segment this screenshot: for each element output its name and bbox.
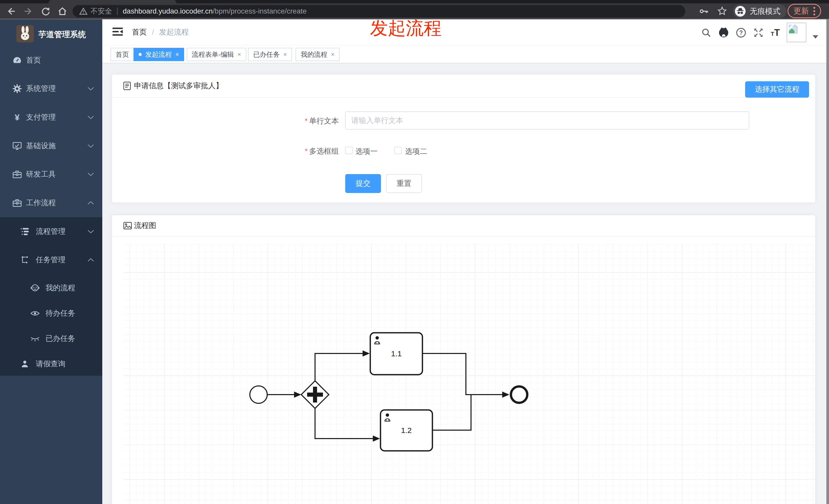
url-bar[interactable]: 不安全 dashboard.yudao.iocoder.cn/bpm/proce… (73, 5, 685, 17)
diagram-card-title: 流程图 (134, 221, 156, 231)
field-label-checkbox: *多选框组 (112, 146, 339, 156)
eye-closed-icon (30, 334, 40, 344)
close-icon[interactable]: × (238, 51, 241, 57)
arrowhead-icon (502, 392, 509, 398)
sidebar-item-label: 支付管理 (26, 112, 56, 122)
checkbox-option-1-label[interactable]: 选项一 (355, 147, 378, 157)
url-path: /bpm/process-instance/create (213, 7, 307, 15)
reset-button[interactable]: 重置 (386, 174, 422, 193)
choose-other-process-button[interactable]: 选择其它流程 (745, 81, 809, 98)
sidebar-item-label: 我的流程 (45, 283, 75, 293)
url-divider (117, 7, 118, 15)
sidebar-item-label: 流程管理 (36, 226, 66, 237)
tree-table-icon (21, 227, 29, 236)
person-icon (21, 360, 29, 368)
apply-info-title: 申请信息【测试多审批人】 (134, 81, 223, 91)
app-logo[interactable]: 芋道管理系统 (0, 20, 102, 50)
chevron-down-icon (87, 230, 94, 234)
main-area: 首页 / 发起流程 ? TT (102, 20, 829, 504)
apply-info-card: 申请信息【测试多审批人】 选择其它流程 *单行文本 *多选框组 选项一 选项二 … (111, 74, 816, 203)
browser-tab-strip (0, 0, 829, 3)
tab-label: 我的流程 (301, 50, 327, 59)
sidebar-item-infrastructure[interactable]: 基础设施 (0, 131, 102, 160)
help-button[interactable]: ? (734, 26, 748, 39)
logo-image (16, 25, 34, 42)
tab-home[interactable]: 首页 (110, 48, 134, 61)
incognito-icon (735, 6, 746, 16)
tab-label: 已办任务 (253, 50, 280, 59)
breadcrumb-home[interactable]: 首页 (132, 27, 147, 37)
checkbox-option-2-label[interactable]: 选项二 (405, 147, 427, 157)
incognito-badge: 无痕模式 (733, 4, 787, 18)
sidebar-item-system[interactable]: 系统管理 (0, 74, 102, 103)
image-icon (123, 222, 132, 230)
breadcrumb: 首页 / 发起流程 (132, 20, 189, 45)
document-icon (123, 81, 131, 90)
sidebar-item-task-mgmt[interactable]: 任务管理 (0, 247, 102, 273)
forward-arrow-icon (23, 6, 33, 16)
eye-open-icon (30, 308, 40, 318)
close-icon[interactable]: × (331, 51, 334, 57)
diagram-card-header: 流程图 (112, 215, 815, 237)
avatar-caret-icon[interactable] (813, 35, 818, 39)
font-size-button[interactable]: TT (769, 26, 782, 39)
sidebar-item-my-process[interactable]: 我的流程 (0, 275, 102, 301)
apply-info-card-header: 申请信息【测试多审批人】 (112, 75, 815, 98)
sidebar-item-label: 基础设施 (26, 141, 56, 151)
task-2-label: 1.2 (401, 426, 412, 434)
sidebar-item-workflow[interactable]: 工作流程 (0, 189, 102, 217)
tab-create-process[interactable]: 发起流程 × (134, 48, 184, 61)
sidebar-item-payment[interactable]: ¥ 支付管理 (0, 103, 102, 131)
flow-icon (21, 256, 29, 264)
checkbox-option-2[interactable] (394, 147, 402, 154)
browser-back-button[interactable] (4, 4, 19, 19)
close-icon[interactable]: × (283, 51, 287, 57)
browser-home-button[interactable] (55, 4, 70, 19)
flow-gateway-to-task2 (315, 409, 373, 438)
sidebar-item-todo-tasks[interactable]: 待办任务 (0, 301, 102, 326)
question-icon: ? (736, 27, 747, 38)
single-line-text-input[interactable] (345, 111, 749, 129)
task-1-label: 1.1 (391, 349, 402, 358)
sidebar-item-leave-query[interactable]: 请假查询 (0, 351, 102, 377)
sidebar-item-home[interactable]: 首页 (0, 46, 102, 75)
reload-icon (41, 6, 50, 16)
avatar[interactable] (787, 23, 806, 42)
fullscreen-button[interactable] (752, 26, 765, 39)
bookmark-star-button[interactable] (715, 4, 730, 19)
monitor-icon (12, 141, 22, 151)
sidebar-item-label: 任务管理 (36, 255, 66, 265)
password-key-button[interactable] (696, 4, 712, 19)
screen: 不安全 dashboard.yudao.iocoder.cn/bpm/proce… (0, 0, 829, 504)
bpmn-canvas[interactable]: 1.1 1.2 (123, 243, 815, 504)
toolbox-icon (12, 169, 22, 179)
required-asterisk: * (305, 117, 308, 125)
update-button[interactable]: 更新 (793, 6, 809, 16)
sidebar-item-done-tasks[interactable]: 已办任务 (0, 326, 102, 351)
sidebar-toggle-button[interactable] (112, 27, 124, 37)
tab-done-tasks[interactable]: 已办任务 × (248, 48, 292, 61)
submit-button[interactable]: 提交 (345, 174, 381, 193)
sidebar-item-devtools[interactable]: 研发工具 (0, 160, 102, 189)
chevron-up-icon (87, 258, 94, 262)
url-host: dashboard.yudao.iocoder.cn (123, 7, 213, 15)
tab-label: 首页 (116, 50, 129, 59)
hamburger-icon (112, 27, 124, 36)
browser-menu-icon[interactable] (814, 7, 815, 15)
arrowhead-icon (363, 350, 370, 356)
checkbox-option-1[interactable] (345, 147, 353, 154)
bpmn-start-event (250, 386, 267, 403)
sidebar-item-process-mgmt[interactable]: 流程管理 (0, 219, 102, 244)
page-scrollbar[interactable] (826, 20, 829, 504)
header-search-button[interactable] (699, 26, 713, 39)
browser-reload-button[interactable] (38, 4, 53, 19)
tags-view-bar: 首页 发起流程 × 流程表单-编辑 × 已办任务 × 我的流程 × (102, 45, 829, 64)
browser-forward-button[interactable] (21, 4, 36, 19)
sidebar-item-label: 研发工具 (26, 169, 56, 180)
browser-active-tab[interactable] (48, 0, 176, 3)
tab-my-process[interactable]: 我的流程 × (296, 48, 339, 61)
close-icon[interactable]: × (175, 51, 179, 57)
github-button[interactable] (717, 26, 730, 39)
tab-form-edit[interactable]: 流程表单-编辑 × (187, 48, 246, 61)
github-icon (718, 27, 729, 38)
